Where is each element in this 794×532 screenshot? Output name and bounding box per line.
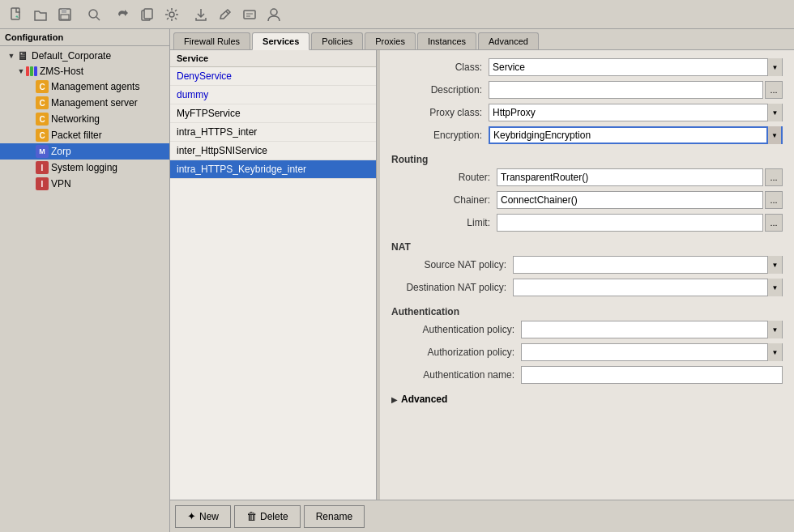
proxy-class-arrow[interactable]: ▼ [767, 104, 782, 121]
description-control: ... [489, 81, 783, 99]
proxy-class-select[interactable]: HttpProxy ▼ [489, 104, 783, 121]
dest-nat-select[interactable]: ▼ [513, 279, 783, 296]
chainer-control: ... [497, 191, 783, 209]
rename-button-label: Rename [316, 511, 352, 522]
dest-nat-arrow[interactable]: ▼ [767, 279, 782, 296]
class-select-value: Service [489, 61, 767, 74]
edit2-button[interactable] [238, 4, 261, 25]
new-doc-button[interactable] [5, 4, 28, 25]
service-item-myftp[interactable]: MyFTPService [170, 104, 376, 123]
search-button[interactable] [83, 4, 105, 25]
management-server-icon: C [36, 96, 49, 109]
encryption-select[interactable]: KeybridgingEncryption ▼ [489, 126, 783, 144]
sidebar-item-networking[interactable]: C Networking [0, 111, 169, 127]
delete-button-label: Delete [260, 511, 288, 522]
new-button-icon: ✦ [187, 510, 196, 522]
authz-policy-value [522, 351, 767, 353]
toggle-zms-host[interactable]: ▼ [16, 66, 26, 76]
zorp-icon: M [36, 145, 49, 158]
sidebar-item-zorp[interactable]: M Zorp [0, 143, 169, 160]
auth-policy-arrow[interactable]: ▼ [767, 321, 782, 338]
source-nat-label: Source NAT policy: [399, 259, 513, 270]
service-item-dummy[interactable]: dummy [170, 86, 376, 104]
auth-name-input[interactable] [521, 366, 783, 384]
right-panel: Firewall Rules Services Policies Proxies… [170, 29, 794, 532]
source-nat-row: Source NAT policy: ▼ [399, 256, 783, 274]
chainer-dots-button[interactable]: ... [765, 191, 783, 209]
service-item-deny[interactable]: DenyService [170, 67, 376, 86]
undo-button[interactable] [112, 4, 134, 25]
auth-policy-select[interactable]: ▼ [521, 321, 783, 338]
tab-proxies[interactable]: Proxies [365, 32, 416, 49]
toggle-default-corporate[interactable]: ▼ [6, 51, 16, 61]
chainer-input[interactable] [497, 191, 763, 209]
router-dots-button[interactable]: ... [765, 168, 783, 186]
sidebar-item-packet-filter[interactable]: C Packet filter [0, 127, 169, 143]
svg-point-13 [271, 9, 277, 15]
limit-dots-button[interactable]: ... [765, 214, 783, 232]
authz-policy-select[interactable]: ▼ [521, 343, 783, 361]
nat-section-header: NAT [391, 236, 783, 256]
proxy-class-label: Proxy class: [391, 107, 489, 118]
description-dots-button[interactable]: ... [765, 81, 783, 99]
copy-button[interactable] [136, 4, 159, 25]
default-corporate-icon: 🖥 [16, 49, 29, 62]
edit-button[interactable] [214, 4, 237, 25]
delete-button[interactable]: 🗑 Delete [234, 505, 301, 528]
router-input[interactable] [497, 168, 763, 186]
sidebar-item-management-server[interactable]: C Management server [0, 95, 169, 111]
tab-services[interactable]: Services [252, 32, 309, 50]
tab-policies[interactable]: Policies [311, 32, 363, 49]
encryption-row: Encryption: KeybridgingEncryption ▼ [391, 126, 783, 144]
sidebar-label-vpn: VPN [51, 178, 71, 189]
sidebar: Configuration ▼ 🖥 Default_Corporate ▼ [0, 29, 170, 532]
encryption-arrow[interactable]: ▼ [766, 126, 781, 144]
source-nat-arrow[interactable]: ▼ [767, 256, 782, 274]
sidebar-label-zorp: Zorp [51, 146, 71, 157]
tabs-bar: Firewall Rules Services Policies Proxies… [170, 29, 794, 50]
svg-line-9 [226, 11, 228, 14]
bottom-bar: ✦ New 🗑 Delete Rename [170, 500, 794, 532]
description-input[interactable] [489, 81, 763, 99]
new-button[interactable]: ✦ New [175, 505, 231, 528]
source-nat-select[interactable]: ▼ [513, 256, 783, 274]
encryption-label: Encryption: [391, 130, 489, 141]
service-item-inter-http[interactable]: inter_HttpSNIService [170, 142, 376, 160]
tab-instances[interactable]: Instances [417, 32, 476, 49]
class-select-arrow[interactable]: ▼ [767, 58, 782, 76]
authz-policy-label: Authorization policy: [399, 347, 521, 358]
router-label: Router: [399, 172, 497, 183]
sidebar-header: Configuration [0, 29, 169, 46]
management-agents-icon: C [36, 80, 49, 93]
export-button[interactable] [190, 4, 212, 25]
sidebar-item-zms-host[interactable]: ▼ ZMS-Host [0, 64, 169, 79]
sidebar-item-default-corporate[interactable]: ▼ 🖥 Default_Corporate [0, 48, 169, 64]
authz-policy-control: ▼ [521, 343, 783, 361]
encryption-value: KeybridgingEncryption [490, 129, 766, 142]
limit-input[interactable] [497, 214, 763, 232]
sidebar-label-default-corporate: Default_Corporate [32, 50, 111, 62]
sidebar-item-management-agents[interactable]: C Management agents [0, 79, 169, 95]
save-button[interactable] [53, 4, 76, 25]
sidebar-label-management-server: Management server [51, 97, 138, 109]
open-button[interactable] [29, 4, 52, 25]
limit-row: Limit: ... [399, 214, 783, 232]
auth-section-header: Authentication [391, 301, 783, 321]
authz-policy-arrow[interactable]: ▼ [767, 343, 782, 361]
tab-firewall-rules[interactable]: Firewall Rules [173, 32, 250, 49]
advanced-section[interactable]: ▶ Advanced [391, 389, 783, 410]
authz-policy-row: Authorization policy: ▼ [399, 343, 783, 361]
auth-section: Authentication policy: ▼ Authorization p… [391, 321, 783, 384]
service-item-keybridge[interactable]: intra_HTTPS_Keybridge_inter [170, 160, 376, 179]
tab-advanced[interactable]: Advanced [478, 32, 539, 49]
service-list-scroll: DenyService dummy MyFTPService intra_HTT… [170, 67, 376, 496]
dest-nat-label: Destination NAT policy: [399, 282, 513, 293]
sidebar-item-system-logging[interactable]: I System logging [0, 160, 169, 176]
class-select[interactable]: Service ▼ [489, 58, 783, 76]
system-logging-icon: I [36, 161, 49, 174]
settings-button[interactable] [160, 4, 183, 25]
sidebar-item-vpn[interactable]: I VPN [0, 176, 169, 192]
user-button[interactable] [263, 4, 285, 25]
service-item-intra-https[interactable]: intra_HTTPS_inter [170, 123, 376, 142]
rename-button[interactable]: Rename [304, 505, 365, 528]
